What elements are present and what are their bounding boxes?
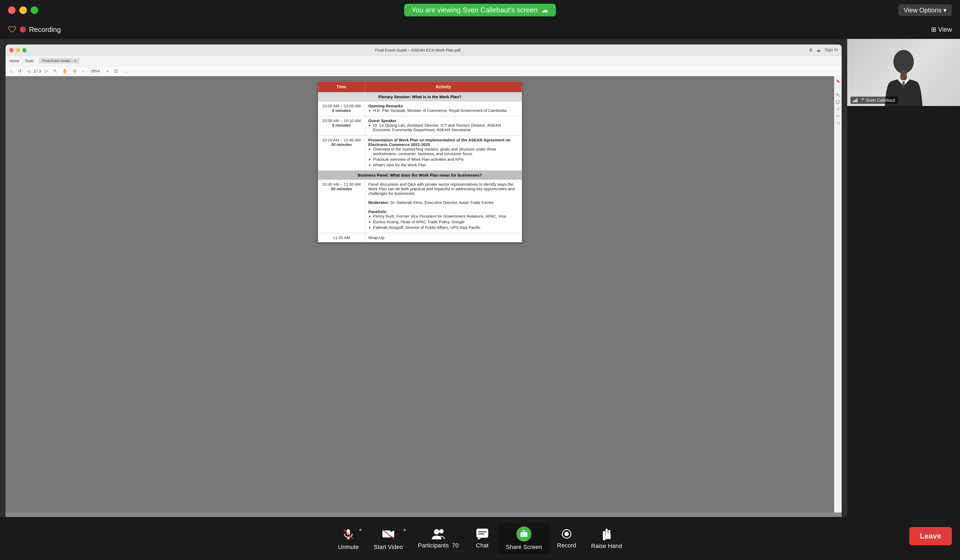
share-arrow-icon: [520, 530, 528, 538]
share-screen-label: Share Screen: [506, 544, 542, 550]
duration: 5 minutes: [332, 108, 351, 113]
pdf-tool-fit[interactable]: ⊡: [112, 68, 119, 74]
pdf-panel-comment[interactable]: 💬: [835, 99, 841, 105]
list-item: Practical overview of Work Plan activiti…: [373, 157, 518, 161]
pdf-panel-pen[interactable]: ✏: [835, 113, 841, 119]
unmute-button[interactable]: Unmute ▲: [331, 523, 366, 554]
svg-point-9: [439, 529, 443, 533]
main-content: Final Event Guide – ASEAN ECA Work Plan.…: [0, 39, 960, 517]
maximize-button[interactable]: [30, 6, 38, 14]
chat-button[interactable]: Chat: [466, 525, 498, 552]
pdf-panel-tools[interactable]: 🔧: [835, 92, 841, 98]
time-cell: 10:05 AM – 10:10 AM 5 minutes: [318, 116, 365, 136]
pdf-tab-document[interactable]: Final Event Guide… ×: [39, 58, 80, 64]
close-button[interactable]: [8, 6, 16, 14]
participants-icon: [431, 528, 445, 540]
start-video-button[interactable]: Start Video ▲: [366, 523, 410, 554]
view-options-button[interactable]: View Options ▾: [898, 4, 952, 16]
signal-bar-2: [855, 99, 856, 102]
pdf-page-content: Time Activity Plenary Session: What is i…: [6, 76, 834, 512]
recording-label: Recording: [29, 26, 61, 34]
recording-dot: [20, 27, 26, 32]
pdf-nav-home[interactable]: ⌂: [8, 68, 14, 74]
table-row: 10:00 AM – 10:05 AM 5 minutes Opening Re…: [318, 101, 522, 116]
pdf-page-info: 2 / 3: [34, 69, 41, 73]
list-item: Dr. Le Quang Lan, Assistant Director, IC…: [373, 123, 518, 132]
table-row: 10:10 AM – 10:40 AM 30 minutes Presentat…: [318, 136, 522, 171]
pdf-maximize[interactable]: [22, 48, 27, 52]
pdf-tool-cursor[interactable]: ↖: [52, 68, 59, 74]
activity-cell: Opening Remarks H.E. Pan Sorasak, Minist…: [365, 101, 522, 116]
svg-point-8: [434, 529, 439, 534]
minimize-button[interactable]: [19, 6, 27, 14]
list-item: Penny Burtt, Former Vice President for G…: [373, 214, 518, 219]
raise-hand-button[interactable]: Raise Hand: [584, 524, 629, 553]
view-button[interactable]: ⊞ View: [931, 26, 952, 33]
raise-hand-label: Raise Hand: [591, 542, 622, 550]
svg-rect-18: [608, 533, 611, 539]
pdf-menu-tools[interactable]: Tools: [25, 59, 34, 63]
pdf-zoom[interactable]: 295%: [88, 68, 102, 74]
pdf-panel-bookmark[interactable]: 🔖: [835, 78, 841, 84]
svg-point-0: [893, 50, 914, 73]
pdf-tool-prev-page[interactable]: ◁: [25, 68, 32, 74]
pdf-close[interactable]: [10, 48, 14, 52]
svg-rect-17: [606, 532, 608, 539]
pdf-tool-more[interactable]: …: [122, 68, 129, 74]
signal-bars: [853, 99, 858, 102]
list-item: Eunice Huang, Head of APAC Trade Policy,…: [373, 220, 518, 224]
leave-button[interactable]: Leave: [909, 527, 952, 545]
duration: 50 minutes: [331, 187, 352, 191]
pdf-signin[interactable]: Sign In: [824, 48, 838, 53]
pdf-tool-comment[interactable]: ⊙: [72, 68, 78, 74]
panelists-label: Panelists:: [368, 209, 518, 214]
svg-rect-1: [901, 70, 907, 80]
unmute-label: Unmute: [338, 544, 359, 550]
pdf-menu-home[interactable]: Home: [10, 59, 19, 63]
pdf-tool-next-page[interactable]: ▷: [43, 68, 50, 74]
pdf-cloud-icon[interactable]: ☁: [816, 48, 821, 53]
list-item: What's next for the Work Plan: [373, 163, 518, 167]
raise-hand-icon: [601, 528, 613, 541]
camera-icon: [382, 529, 395, 539]
activity-title: Opening Remarks: [368, 104, 403, 108]
webcam-area: 🎤 Sven Callebaut: [847, 39, 960, 517]
video-chevron-icon[interactable]: ▲: [402, 527, 406, 532]
record-button[interactable]: Record: [549, 525, 584, 552]
activity-cell: Presentation of Work Plan on Implementat…: [365, 136, 522, 171]
pdf-tool-zoom-out[interactable]: −: [80, 68, 86, 74]
pdf-tool-zoom-in[interactable]: +: [105, 68, 110, 74]
traffic-lights: [8, 6, 38, 14]
pdf-minimize[interactable]: [16, 48, 20, 52]
pdf-menu-bar: Home Tools Final Event Guide… ×: [6, 56, 842, 66]
pdf-panel-pages[interactable]: 📄: [835, 85, 841, 91]
chat-icon: [476, 528, 489, 540]
screen-share-text: You are viewing Sven Callebaut's screen: [412, 6, 538, 14]
panelists-list: Penny Burtt, Former Vice President for G…: [373, 214, 518, 230]
pdf-title: Final Event Guide – ASEAN ECA Work Plan.…: [30, 48, 806, 52]
pdf-tool-rotate[interactable]: ↺: [16, 68, 23, 74]
bottom-toolbar: Unmute ▲ Start Video ▲ Participants 70: [0, 517, 960, 560]
unmute-chevron-icon[interactable]: ▲: [358, 527, 363, 532]
participants-button[interactable]: Participants 70: [410, 525, 466, 552]
recording-bar: 🛡 Recording ⊞ View: [0, 20, 960, 39]
time-cell: 10:40 AM – 11:30 AM 50 minutes: [318, 180, 365, 233]
record-label: Record: [557, 542, 576, 549]
list-item: H.E. Pan Sorasak, Minister of Commerce, …: [373, 108, 518, 113]
top-bar: You are viewing Sven Callebaut's screen …: [0, 0, 960, 20]
list-item: Overview of the overarching mission, goa…: [373, 147, 518, 156]
pdf-tool-hand[interactable]: ✋: [61, 68, 69, 74]
participants-count: 70: [452, 542, 458, 549]
share-screen-button[interactable]: Share Screen: [498, 523, 550, 554]
svg-rect-6: [382, 530, 390, 538]
share-screen-icon: [517, 526, 531, 541]
pdf-search-icon[interactable]: ⚙: [809, 48, 813, 53]
pdf-panel-share[interactable]: ↗: [835, 106, 841, 112]
pdf-panel-collapse[interactable]: ◁: [835, 120, 841, 126]
start-video-label: Start Video: [374, 544, 403, 550]
activity-cell: Panel discussion and Q&A with private se…: [365, 180, 522, 233]
table-row: 10:05 AM – 10:10 AM 5 minutes Guest Spea…: [318, 116, 522, 136]
duration: 30 minutes: [331, 142, 352, 147]
record-icon: [560, 528, 573, 540]
video-feed: 🎤 Sven Callebaut: [847, 39, 960, 106]
